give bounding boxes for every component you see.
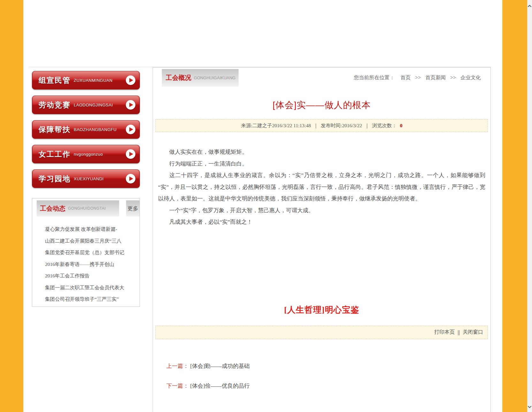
- news-list-item[interactable]: 集团一届二次职工暨工会会员代表大: [45, 282, 138, 294]
- print-bar-divider: ||: [458, 330, 460, 335]
- news-list-item[interactable]: 2016年新春寄语——携手开创山: [45, 259, 138, 270]
- sidebar-nav: 组宣民管 ZUXUANMINGUAN 劳动竞赛 LAODONGJINGSAI 保…: [32, 71, 140, 194]
- play-icon[interactable]: [126, 125, 135, 134]
- article-publish-time: 发布时间:2016/3/22: [321, 122, 362, 129]
- article-pager: 上一篇： [体会]勤——成功的基础 下一篇： [体会]俭——优良的品行: [166, 362, 490, 390]
- right-orange-border: [502, 0, 527, 412]
- play-icon[interactable]: [126, 149, 135, 159]
- breadcrumb: 您当前所在位置： 首页 >> 首页新闻 >> 企业文化: [354, 74, 481, 81]
- news-more-link[interactable]: 更多: [126, 200, 140, 216]
- next-article-link[interactable]: [体会]俭——优良的品行: [190, 383, 250, 389]
- section-title: 工会概况: [166, 74, 191, 82]
- nav-button-pinyin: ZUXUANMINGUAN: [74, 78, 112, 83]
- sidebar-item-baozhangbangfu[interactable]: 保障帮扶 BAOZHANGBANGFU: [32, 120, 140, 139]
- main-panel-header: 工会概况 GONGHUIGAIKUANG 您当前所在位置： 首页 >> 首页新闻…: [153, 69, 490, 87]
- article-paragraph: 凡成其大事者，必以“实”而就之！: [158, 216, 485, 228]
- news-panel-header: 工会动态 GONGHUIDONGTAI 更多: [37, 200, 140, 216]
- news-list-item[interactable]: 集团党委召开基层党（总）支部书记: [45, 247, 138, 259]
- news-list: 凝心聚力促发展 改革创新谱新篇- 山西二建工会开展阳春三月庆“三八 集团党委召开…: [45, 223, 138, 305]
- left-orange-border: [0, 0, 23, 412]
- close-window-link[interactable]: 关闭窗口: [463, 329, 483, 336]
- breadcrumb-link-home[interactable]: 首页: [400, 75, 411, 80]
- breadcrumb-separator: >>: [450, 75, 456, 80]
- nav-button-pinyin: XUEXIYUANDI: [74, 176, 104, 181]
- nav-button-title: 学习园地: [39, 174, 71, 184]
- scroll-down-button[interactable]: [527, 404, 532, 410]
- article-meta-bar: 来源:二建之子2016/3/22 11:13:48 ｜ 发布时间:2016/3/…: [156, 119, 488, 132]
- news-list-item[interactable]: 山西二建工会开展阳春三月庆“三八: [45, 235, 138, 247]
- nav-button-pinyin: BAOZHANGBANGFU: [74, 127, 117, 132]
- next-article-row: 下一篇： [体会]俭——优良的品行: [166, 382, 490, 390]
- article-views-label: 浏览次数：: [372, 122, 397, 129]
- nav-button-title: 保障帮扶: [39, 125, 71, 135]
- news-list-item[interactable]: 2016年工会工作报告: [45, 270, 138, 282]
- browser-scrollbar[interactable]: [527, 0, 532, 412]
- next-article-label: 下一篇：: [166, 383, 189, 389]
- sidebar-item-xuexiyuandi[interactable]: 学习园地 XUEXIYUANDI: [32, 169, 140, 188]
- nav-button-pinyin: nvgonggonzuo: [74, 152, 103, 157]
- article-source: 来源:二建之子2016/3/22 11:13:48: [241, 122, 311, 129]
- scroll-up-button[interactable]: [527, 3, 532, 9]
- breadcrumb-current[interactable]: 企业文化: [460, 75, 481, 80]
- sidebar-item-laodongjingsai[interactable]: 劳动竞赛 LAODONGJINGSAI: [32, 96, 140, 114]
- article-body: 做人实实在在，做事规规矩矩。 行为端端正正，一生清清白白。 这二十四字，是成就人…: [158, 146, 485, 228]
- play-icon[interactable]: [126, 100, 135, 110]
- news-list-item[interactable]: 凝心聚力促发展 改革创新谱新篇-: [45, 223, 138, 235]
- news-panel-pinyin: GONGHUIDONGTAI: [68, 206, 106, 211]
- nav-button-title: 劳动竞赛: [39, 100, 71, 110]
- section-tab-gonghuigaikuang: 工会概况 GONGHUIGAIKUANG: [162, 69, 239, 87]
- union-news-panel: 工会动态 GONGHUIDONGTAI 更多 凝心聚力促发展 改革创新谱新篇- …: [32, 198, 140, 307]
- article-paragraph: 行为端端正正，一生清清白白。: [158, 158, 485, 170]
- play-icon[interactable]: [126, 174, 135, 183]
- section-pinyin: GONGHUIGAIKUANG: [194, 75, 236, 80]
- article-paragraph: 做人实实在在，做事规规矩矩。: [158, 146, 485, 158]
- breadcrumb-separator: >>: [415, 75, 421, 80]
- prev-article-link[interactable]: [体会]勤——成功的基础: [190, 363, 250, 369]
- breadcrumb-link-news[interactable]: 首页新闻: [425, 75, 446, 80]
- meta-separator: ｜: [365, 122, 369, 129]
- sidebar-item-nvgonggongzuo[interactable]: 女工工作 nvgonggonzuo: [32, 145, 140, 163]
- nav-button-title: 组宣民管: [39, 75, 71, 85]
- prev-article-row: 上一篇： [体会]勤——成功的基础: [166, 362, 490, 370]
- play-icon[interactable]: [126, 75, 135, 85]
- article-title: [体会]实——做人的根本: [153, 99, 490, 112]
- news-panel-title: 工会动态: [40, 204, 65, 213]
- article-paragraph: 这二十四字，是成就人生事业的箴言。余以为：“实”乃信誉之根，立身之本，光明之门，…: [158, 169, 485, 205]
- meta-separator: ｜: [313, 122, 318, 129]
- nav-button-title: 女工工作: [39, 149, 71, 159]
- chevron-up-icon: [528, 5, 531, 7]
- breadcrumb-prefix: 您当前所在位置：: [354, 75, 395, 80]
- news-panel-title-block: 工会动态 GONGHUIDONGTAI: [37, 200, 119, 216]
- nav-button-pinyin: LAODONGJINGSAI: [74, 103, 113, 107]
- print-page-link[interactable]: 打印本页: [434, 329, 455, 336]
- print-close-bar: 打印本页 || 关闭窗口: [156, 326, 488, 339]
- chevron-down-icon: [528, 406, 531, 408]
- sidebar-item-zuxuanminguan[interactable]: 组宣民管 ZUXUANMINGUAN: [32, 71, 140, 89]
- main-content-panel: 工会概况 GONGHUIGAIKUANG 您当前所在位置： 首页 >> 首页新闻…: [153, 67, 491, 412]
- article-subtitle: [人生哲理]明心宝鉴: [153, 305, 490, 315]
- article-views-count: 0: [400, 123, 402, 128]
- prev-article-label: 上一篇：: [166, 363, 189, 369]
- article-paragraph: 一个“实”字，包罗万象，开启大智，慧己惠人，可谓大成。: [158, 205, 485, 216]
- news-list-item[interactable]: 集团公司召开领导班子“三严三实”: [45, 293, 138, 305]
